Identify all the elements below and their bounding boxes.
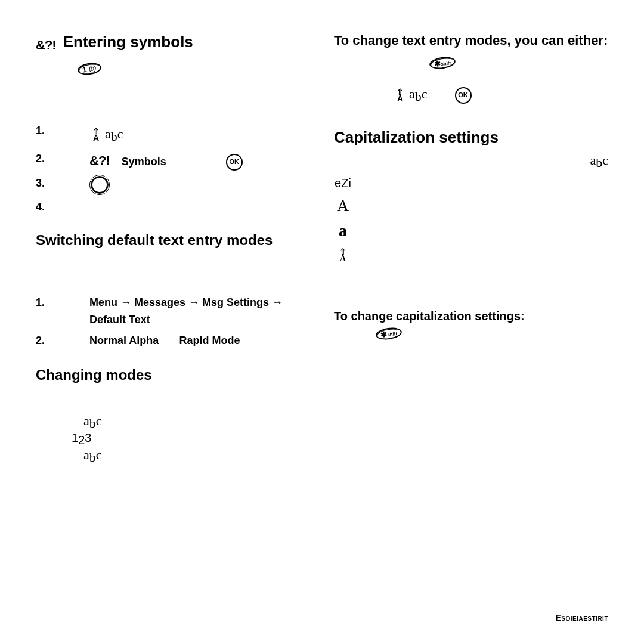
- cap-row-shift: ⇧A: [334, 246, 608, 265]
- switching-steps: Menu → Messages → Msg Settings → Default…: [36, 294, 310, 349]
- right-column: To change text entry modes, you can eith…: [334, 33, 608, 465]
- left-column: &?! Entering symbols 1 @ ⇧A abc &?! Symb…: [36, 33, 310, 465]
- cap-row-lower: a: [334, 221, 608, 240]
- cap-row-ezi: eZi: [334, 177, 608, 190]
- shift-a-icon: ⇧A: [336, 249, 349, 262]
- mode-icons-block: abc 123 abc: [72, 413, 310, 465]
- shift-abc-icon: ⇧A abc: [89, 123, 123, 147]
- abc-icon: abc: [590, 153, 608, 171]
- cap-row-upper: A: [334, 196, 608, 215]
- heading-capitalization: Capitalization settings: [334, 128, 608, 147]
- heading-change-cap: To change capitalization settings:: [334, 309, 608, 323]
- step-1: ⇧A abc: [36, 122, 310, 147]
- shift-key-icon: ✱shift: [429, 55, 456, 70]
- nav-ring-icon: [89, 175, 110, 195]
- step-4: [36, 199, 310, 214]
- heading-changing-modes: Changing modes: [36, 367, 310, 383]
- 123-icon: 123: [72, 431, 91, 444]
- ok-key-icon: OK: [455, 87, 472, 104]
- shift-key-icon: ✱shift: [375, 326, 402, 341]
- step-2: &?! Symbols OK: [36, 150, 310, 171]
- switching-step-1: Menu → Messages → Msg Settings → Default…: [36, 294, 310, 329]
- heading-switching-modes: Switching default text entry modes: [36, 232, 310, 249]
- key-1-icon: 1 @: [77, 62, 102, 76]
- entering-symbols-steps: ⇧A abc &?! Symbols OK: [36, 122, 310, 214]
- step-3: [36, 175, 310, 195]
- mode-indicator-row: ⇧A abc OK: [394, 86, 608, 104]
- switching-step-2: Normal Alpha Rapid Mode: [36, 332, 310, 349]
- abc-icon: abc: [83, 447, 102, 462]
- ok-key-icon: OK: [226, 154, 243, 171]
- abc-icon: abc: [83, 413, 102, 428]
- page-footer: Esoieiaestirit: [36, 609, 608, 623]
- symbols-icon: &?!: [36, 38, 56, 53]
- lead-change-modes: To change text entry modes, you can eith…: [334, 33, 608, 48]
- key-1-graphic: 1 @: [78, 63, 310, 75]
- heading-entering-symbols: &?! Entering symbols: [36, 33, 310, 57]
- shift-abc-icon: ⇧A abc: [394, 86, 428, 104]
- symbols-icon: &?!: [89, 153, 110, 168]
